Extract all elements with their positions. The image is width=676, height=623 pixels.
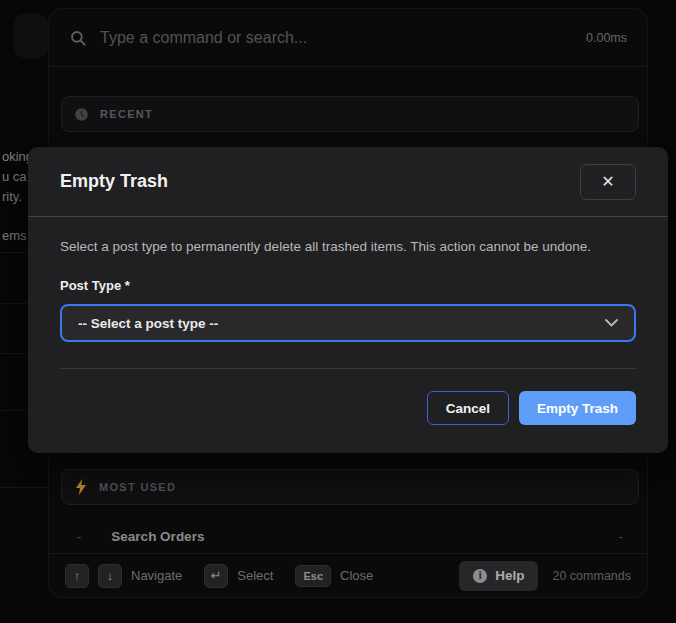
divider: [28, 216, 668, 217]
chevron-down-icon: [605, 319, 618, 327]
modal-description: Select a post type to permanently delete…: [60, 239, 636, 254]
modal-body: Select a post type to permanently delete…: [28, 239, 668, 425]
divider: [60, 368, 636, 369]
close-icon: ✕: [601, 174, 614, 190]
close-button[interactable]: ✕: [580, 164, 636, 200]
select-value: -- Select a post type --: [78, 316, 218, 331]
modal-actions: Cancel Empty Trash: [60, 391, 636, 425]
cancel-button[interactable]: Cancel: [427, 391, 509, 425]
modal-title: Empty Trash: [60, 171, 168, 192]
empty-trash-modal: Empty Trash ✕ Select a post type to perm…: [28, 147, 668, 453]
empty-trash-button[interactable]: Empty Trash: [519, 391, 636, 425]
modal-header: Empty Trash ✕: [28, 147, 668, 216]
screen: oking u ca rity. ems o 0.00ms RECENT: [0, 0, 676, 623]
post-type-select[interactable]: -- Select a post type --: [60, 304, 636, 342]
post-type-label: Post Type *: [60, 278, 636, 293]
